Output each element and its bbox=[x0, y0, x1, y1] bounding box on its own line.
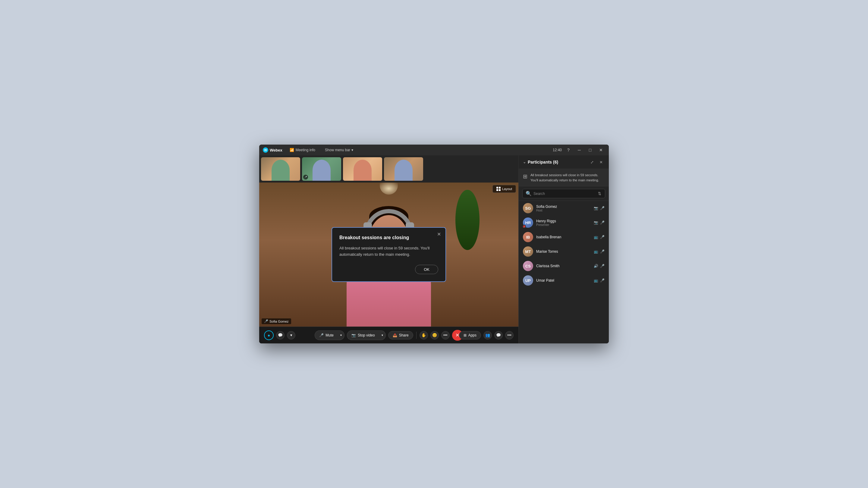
chat-button[interactable]: 💬 bbox=[276, 331, 284, 339]
camera-icon: 🔊 bbox=[594, 264, 598, 268]
share-button[interactable]: 📤 Share bbox=[388, 331, 413, 339]
avatar-clarissa: CS bbox=[523, 261, 533, 271]
camera-icon: 📷 bbox=[594, 206, 598, 210]
participant-info: Henry Riggs Presenter bbox=[536, 219, 591, 227]
camera-icon: 📺 bbox=[594, 250, 598, 254]
participant-role: Host bbox=[536, 209, 591, 212]
mute-control: 🎤 Mute ▾ bbox=[315, 330, 344, 340]
help-button[interactable]: ? bbox=[564, 146, 572, 154]
dialog-footer: OK bbox=[339, 265, 438, 274]
mute-button[interactable]: 🎤 Mute bbox=[315, 330, 338, 340]
participant-list: SG Sofia Gomez Host 📷 🎤 HR 📞 bbox=[519, 201, 609, 344]
participants-panel: ⌄ Participants (6) ⤢ ✕ ⊞ All breakout se… bbox=[518, 156, 609, 344]
video-control: 📷 Stop video ▾ bbox=[347, 330, 386, 340]
participant-name: Umar Patel bbox=[536, 278, 591, 283]
search-input-wrap: 🔍 ⇅ bbox=[522, 189, 605, 198]
messages-button[interactable]: 💬 bbox=[494, 331, 503, 339]
participant-info: Isabella Brenan bbox=[536, 235, 591, 239]
panel-title: ⌄ Participants (6) bbox=[523, 160, 588, 164]
camera-icon: 📷 bbox=[594, 221, 598, 225]
participant-item[interactable]: HR 📞 Henry Riggs Presenter 📷 🎤 bbox=[519, 216, 609, 230]
mute-indicator-2: 🎤 bbox=[303, 175, 308, 180]
control-bar-left: ● 💬 ▾ bbox=[264, 330, 296, 340]
panel-popout-button[interactable]: ⤢ bbox=[588, 158, 595, 166]
webex-logo: W Webex bbox=[263, 147, 282, 153]
participant-info: Marise Torres bbox=[536, 250, 591, 254]
meeting-info-label: Meeting info bbox=[296, 148, 315, 152]
participant-item[interactable]: MT Marise Torres 📺 🎤 bbox=[519, 244, 609, 259]
sort-button[interactable]: ⇅ bbox=[597, 191, 602, 196]
show-menu-button[interactable]: Show menu bar ▾ bbox=[322, 147, 355, 153]
breakout-notice-text: All breakout sessions will close in 59 s… bbox=[530, 173, 604, 183]
participant-avatar: IB bbox=[523, 232, 533, 242]
dialog-overlay: ✕ Breakout sessions are closing All brea… bbox=[259, 183, 518, 327]
more-options-button[interactable]: ••• bbox=[505, 331, 514, 339]
participant-info: Umar Patel bbox=[536, 278, 591, 283]
participant-icons: 📺 🎤 bbox=[594, 235, 604, 239]
wifi-icon: 📶 bbox=[290, 148, 294, 152]
mic-icon: 🎤 bbox=[600, 206, 604, 210]
control-bar-right: ⊞ Apps 👥 💬 ••• bbox=[459, 331, 514, 339]
show-menu-label: Show menu bar bbox=[325, 148, 350, 152]
participant-item[interactable]: CS Clarissa Smith 🔊 🎤 bbox=[519, 259, 609, 273]
search-input[interactable] bbox=[533, 192, 595, 196]
share-icon: 📤 bbox=[393, 333, 397, 337]
participants-button[interactable]: 👥 bbox=[484, 331, 492, 339]
phone-badge: 📞 bbox=[522, 225, 526, 228]
webex-circle-button[interactable]: ● bbox=[264, 330, 274, 340]
stop-video-button[interactable]: 📷 Stop video bbox=[347, 330, 379, 340]
avatar-isabella: IB bbox=[523, 232, 533, 242]
dialog-ok-button[interactable]: OK bbox=[415, 265, 438, 274]
time-display: 12:40 bbox=[553, 148, 562, 152]
participant-name: Henry Riggs bbox=[536, 219, 591, 223]
meeting-info-button[interactable]: 📶 Meeting info bbox=[287, 147, 318, 153]
thumbnail-3[interactable] bbox=[343, 157, 382, 181]
stop-video-label: Stop video bbox=[358, 333, 375, 337]
thumbnail-1[interactable] bbox=[261, 157, 300, 181]
app-window: W Webex 📶 Meeting info Show menu bar ▾ 1… bbox=[259, 144, 609, 344]
mic-icon: 🎤 bbox=[600, 264, 604, 268]
avatar-umar: UP bbox=[523, 275, 533, 286]
reactions-button[interactable]: 😊 bbox=[430, 331, 439, 339]
search-icon: 🔍 bbox=[526, 191, 532, 196]
chat-chevron[interactable]: ▾ bbox=[287, 331, 296, 339]
breakout-dialog: ✕ Breakout sessions are closing All brea… bbox=[332, 227, 446, 282]
participants-title: Participants (6) bbox=[528, 160, 558, 164]
participant-info: Clarissa Smith bbox=[536, 264, 591, 268]
breakout-notice: ⊞ All breakout sessions will close in 59… bbox=[519, 169, 609, 187]
participant-item[interactable]: SG Sofia Gomez Host 📷 🎤 bbox=[519, 201, 609, 216]
participant-avatar: MT bbox=[523, 247, 533, 257]
thumbnail-4[interactable] bbox=[384, 157, 423, 181]
mute-chevron[interactable]: ▾ bbox=[338, 330, 344, 340]
mic-icon: 🎤 bbox=[600, 235, 604, 239]
control-bar: ● 💬 ▾ 🎤 Mute ▾ 📷 Stop video bbox=[259, 327, 518, 344]
camera-icon: 📺 bbox=[594, 235, 598, 239]
more-button[interactable]: ••• bbox=[441, 331, 450, 339]
participant-name: Clarissa Smith bbox=[536, 264, 591, 268]
video-chevron[interactable]: ▾ bbox=[379, 330, 386, 340]
mic-icon: 🎤 bbox=[600, 278, 604, 283]
raise-hand-button[interactable]: ✋ bbox=[420, 331, 428, 339]
thumbnail-2[interactable]: 🎤 bbox=[302, 157, 341, 181]
dialog-close-button[interactable]: ✕ bbox=[435, 231, 442, 238]
dialog-body: All breakout sessions will close in 59 s… bbox=[339, 245, 438, 258]
participant-item[interactable]: UP Umar Patel 📺 🎤 bbox=[519, 273, 609, 288]
participant-avatar: SG bbox=[523, 203, 533, 213]
maximize-button[interactable]: □ bbox=[586, 146, 594, 154]
participant-name: Isabella Brenan bbox=[536, 235, 591, 239]
participant-avatar: CS bbox=[523, 261, 533, 271]
panel-header: ⌄ Participants (6) ⤢ ✕ bbox=[519, 156, 609, 169]
webex-logo-icon: W bbox=[263, 147, 268, 153]
minimize-button[interactable]: ─ bbox=[575, 146, 584, 154]
dialog-title: Breakout sessions are closing bbox=[339, 235, 438, 240]
apps-button[interactable]: ⊞ Apps bbox=[459, 331, 481, 339]
close-button[interactable]: ✕ bbox=[597, 146, 605, 154]
panel-collapse-icon[interactable]: ⌄ bbox=[523, 160, 526, 164]
participant-name: Sofia Gomez bbox=[536, 204, 591, 209]
participant-icons: 📺 🎤 bbox=[594, 250, 604, 254]
participant-avatar: UP bbox=[523, 275, 533, 286]
participant-avatar: HR 📞 bbox=[523, 218, 533, 228]
participant-item[interactable]: IB Isabella Brenan 📺 🎤 bbox=[519, 230, 609, 244]
participant-icons: 📺 🎤 bbox=[594, 278, 604, 283]
panel-close-button[interactable]: ✕ bbox=[597, 158, 604, 166]
